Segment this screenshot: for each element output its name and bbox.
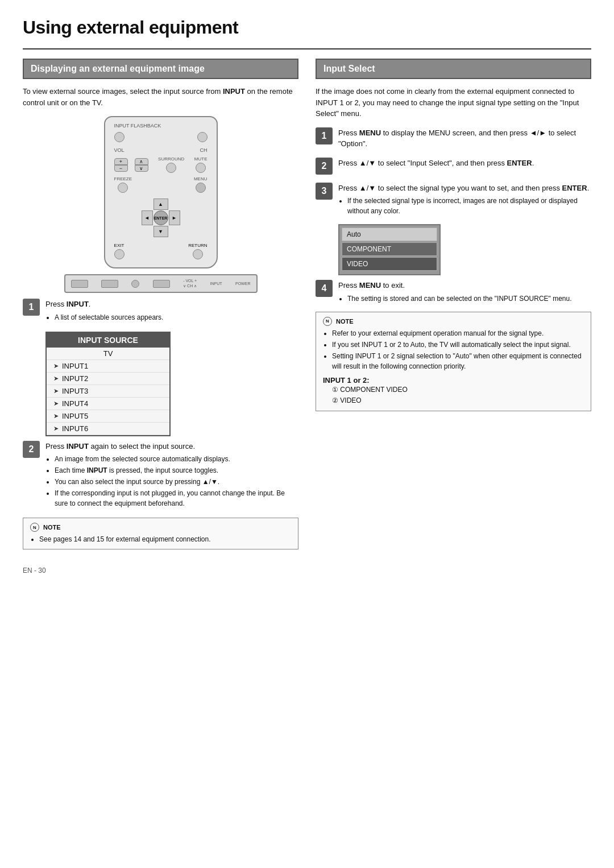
remote-top-labels: INPUT FLASHBACK bbox=[114, 123, 208, 129]
input5-icon: ➤ bbox=[53, 412, 59, 420]
note-label-left: NOTE bbox=[43, 524, 61, 531]
is-step2-number: 2 bbox=[316, 158, 333, 175]
step2-content: Press INPUT again to select the input so… bbox=[45, 441, 298, 510]
input4-label: INPUT4 bbox=[62, 399, 88, 408]
is-step4-bullets: The setting is stored and can be selecte… bbox=[338, 294, 591, 304]
ch-label-tv: ∨ CH ∧ bbox=[183, 284, 197, 288]
input2-label: INPUT2 bbox=[62, 374, 88, 383]
step1-box: 1 Press INPUT. A list of selectable sour… bbox=[23, 299, 298, 324]
input-source-menu: INPUT SOURCE TV ➤ INPUT1 ➤ INPUT2 ➤ INPU… bbox=[45, 332, 171, 436]
remote-body: INPUT FLASHBACK VOL CH bbox=[104, 116, 218, 268]
is-step3-text: Press ▲/▼ to select the signal type you … bbox=[338, 183, 591, 194]
input-source-input5: ➤ INPUT5 bbox=[47, 410, 169, 423]
signal-video: VIDEO bbox=[342, 257, 437, 271]
is-step4-text: Press MENU to exit. bbox=[338, 280, 591, 291]
mute-label: MUTE bbox=[194, 156, 208, 162]
right-intro-text: If the image does not come in clearly fr… bbox=[316, 86, 591, 119]
dpad-corner-br bbox=[169, 226, 180, 237]
return-btn bbox=[193, 249, 203, 259]
input-source-tv: TV bbox=[47, 348, 169, 360]
step2-text: Press INPUT again to select the input so… bbox=[45, 441, 298, 452]
note-item-right-2: If you set INPUT 1 or 2 to Auto, the TV … bbox=[332, 340, 584, 350]
input5-label: INPUT5 bbox=[62, 412, 88, 420]
input1-icon: ➤ bbox=[53, 362, 59, 370]
is-step3: 3 Press ▲/▼ to select the signal type yo… bbox=[316, 183, 591, 217]
right-column: Input Select If the image does not come … bbox=[316, 59, 591, 549]
left-column: Displaying an external equipment image T… bbox=[23, 59, 298, 549]
freeze-btn bbox=[118, 183, 128, 193]
vol-rocker: + − bbox=[114, 158, 128, 172]
ch-rocker: ∧ ∨ bbox=[135, 158, 148, 172]
left-intro-text: To view external source images, select t… bbox=[23, 86, 298, 108]
note-icon-left: N bbox=[30, 523, 39, 532]
input-source-input3: ➤ INPUT3 bbox=[47, 385, 169, 398]
is-step1-number: 1 bbox=[316, 127, 333, 144]
is-step1-text: Press MENU to display the MENU screen, a… bbox=[338, 127, 591, 150]
is-step4-bullet1: The setting is stored and can be selecte… bbox=[347, 294, 591, 304]
vol-ch-rockers: + − ∧ ∨ SURROUND MUTE bbox=[114, 156, 208, 173]
vol-label: VOL bbox=[114, 147, 125, 153]
mute-btn bbox=[196, 163, 206, 173]
dpad-down: ▼ bbox=[154, 226, 168, 237]
input2-icon: ➤ bbox=[53, 375, 59, 382]
exit-return-row: EXIT RETURN bbox=[114, 243, 208, 259]
priority-item-2: ② VIDEO bbox=[323, 395, 584, 406]
step1-number: 1 bbox=[23, 299, 40, 316]
ch-down: ∨ bbox=[135, 165, 148, 172]
is-step3-number: 3 bbox=[316, 183, 333, 200]
step2-number: 2 bbox=[23, 441, 40, 458]
vol-down: − bbox=[114, 165, 128, 172]
signal-auto: Auto bbox=[342, 228, 437, 241]
input3-icon: ➤ bbox=[53, 387, 59, 395]
tv-ch-btn bbox=[101, 280, 118, 288]
menu-btn bbox=[196, 183, 206, 193]
menu-label: MENU bbox=[194, 176, 208, 181]
dpad-up: ▲ bbox=[154, 199, 168, 210]
input6-icon: ➤ bbox=[53, 425, 59, 432]
input-label: INPUT FLASHBACK bbox=[114, 123, 161, 129]
dpad-corner-tl bbox=[142, 199, 153, 210]
tv-bar: - VOL + ∨ CH ∧ INPUT POWER bbox=[64, 274, 258, 293]
left-section-header: Displaying an external equipment image bbox=[23, 59, 298, 79]
note-label-right: NOTE bbox=[336, 318, 354, 325]
note-box-left: N NOTE See pages 14 and 15 for external … bbox=[23, 518, 298, 549]
input4-icon: ➤ bbox=[53, 400, 59, 407]
note-item-right-3: Setting INPUT 1 or 2 signal selection to… bbox=[332, 351, 584, 371]
is-step2-text: Press ▲/▼ to select "Input Select", and … bbox=[338, 158, 591, 169]
vol-ch-labels: VOL CH bbox=[114, 147, 208, 153]
input-source-input2: ➤ INPUT2 bbox=[47, 373, 169, 385]
signal-component: COMPONENT bbox=[342, 242, 437, 256]
tv-vol-btn bbox=[71, 280, 88, 288]
step2-bullet2: Each time INPUT is pressed, the input so… bbox=[55, 465, 298, 476]
title-divider bbox=[23, 48, 591, 49]
input-source-input4: ➤ INPUT4 bbox=[47, 398, 169, 410]
step2-bullets: An image from the selected source automa… bbox=[45, 454, 298, 509]
input6-label: INPUT6 bbox=[62, 424, 88, 433]
step2-bullet4: If the corresponding input is not plugge… bbox=[55, 488, 298, 509]
is-step4-content: Press MENU to exit. The setting is store… bbox=[338, 280, 591, 304]
is-step3-bullet1: If the selected signal type is incorrect… bbox=[347, 196, 591, 216]
is-step1: 1 Press MENU to display the MENU screen,… bbox=[316, 127, 591, 150]
is-step3-bullets: If the selected signal type is incorrect… bbox=[338, 196, 591, 216]
tv-input-btn bbox=[153, 280, 170, 288]
note-title-right: N NOTE bbox=[323, 317, 584, 326]
step2-bullet3: You can also select the input source by … bbox=[55, 477, 298, 487]
note-list-right: Refer to your external equipment operati… bbox=[323, 328, 584, 371]
vol-up: + bbox=[114, 158, 128, 165]
return-label: RETURN bbox=[188, 243, 207, 248]
vol-ch-group: + − ∧ ∨ bbox=[114, 158, 148, 172]
dpad-left: ◄ bbox=[142, 210, 153, 225]
note-box-right: N NOTE Refer to your external equipment … bbox=[316, 312, 591, 411]
tv-circle-btn bbox=[131, 280, 139, 288]
tv-labels: - VOL + ∨ CH ∧ bbox=[183, 279, 197, 288]
input-source-input1: ➤ INPUT1 bbox=[47, 360, 169, 373]
step1-text: Press INPUT. bbox=[45, 299, 298, 310]
input3-label: INPUT3 bbox=[62, 387, 88, 395]
input-tv-label: INPUT bbox=[210, 282, 222, 286]
input1-label: INPUT1 bbox=[62, 362, 88, 370]
input-btn bbox=[114, 132, 125, 142]
flashback-btn bbox=[197, 132, 208, 142]
freeze-label: FREEZE bbox=[114, 176, 132, 181]
signal-type-menu: Auto COMPONENT VIDEO bbox=[338, 224, 441, 275]
dpad-enter: ENTER bbox=[154, 210, 168, 225]
